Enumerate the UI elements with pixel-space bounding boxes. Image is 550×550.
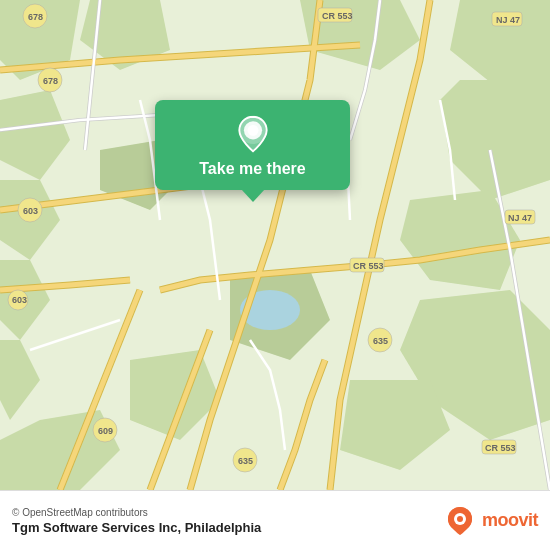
map-popup[interactable]: Take me there <box>155 100 350 190</box>
map-svg: CR 553 NJ 47 678 678 603 603 609 635 635… <box>0 0 550 490</box>
moovit-text: moovit <box>482 510 538 531</box>
svg-text:CR 553: CR 553 <box>322 11 353 21</box>
svg-text:609: 609 <box>98 426 113 436</box>
footer-left: © OpenStreetMap contributors Tgm Softwar… <box>12 507 261 535</box>
svg-point-44 <box>247 125 258 136</box>
svg-text:635: 635 <box>238 456 253 466</box>
svg-text:678: 678 <box>43 76 58 86</box>
svg-text:603: 603 <box>23 206 38 216</box>
svg-text:NJ 47: NJ 47 <box>496 15 520 25</box>
footer-bar: © OpenStreetMap contributors Tgm Softwar… <box>0 490 550 550</box>
popup-label: Take me there <box>199 160 305 178</box>
moovit-logo-icon <box>444 505 476 537</box>
svg-point-47 <box>457 516 463 522</box>
svg-text:635: 635 <box>373 336 388 346</box>
svg-text:678: 678 <box>28 12 43 22</box>
map-container[interactable]: CR 553 NJ 47 678 678 603 603 609 635 635… <box>0 0 550 490</box>
svg-text:CR 553: CR 553 <box>353 261 384 271</box>
svg-text:NJ 47: NJ 47 <box>508 213 532 223</box>
svg-text:603: 603 <box>12 295 27 305</box>
osm-credit: © OpenStreetMap contributors <box>12 507 261 518</box>
svg-text:CR 553: CR 553 <box>485 443 516 453</box>
moovit-logo[interactable]: moovit <box>444 505 538 537</box>
place-name: Tgm Software Services Inc, Philadelphia <box>12 520 261 535</box>
location-pin-icon <box>233 114 273 154</box>
